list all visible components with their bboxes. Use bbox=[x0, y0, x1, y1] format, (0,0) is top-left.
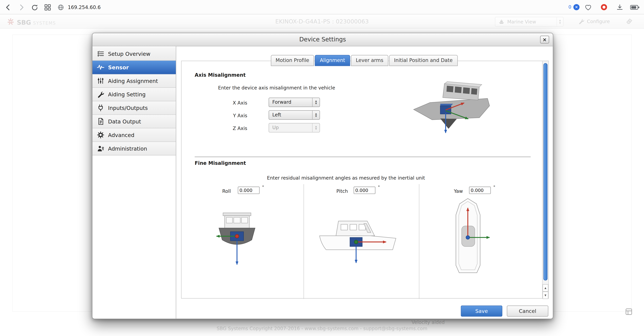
battery-indicator bbox=[630, 4, 640, 10]
boat-rear-view-image bbox=[212, 209, 262, 268]
battery-icon bbox=[630, 4, 640, 10]
heart-icon bbox=[584, 3, 592, 11]
yaw-input[interactable] bbox=[469, 186, 491, 194]
scrollbar-thumb[interactable] bbox=[543, 63, 547, 281]
pitch-unit: ° bbox=[378, 185, 380, 189]
gear-icon bbox=[97, 131, 104, 139]
fine-misalignment-heading: Fine Misalignment bbox=[195, 160, 246, 166]
z-axis-select[interactable]: Up ▲▼ bbox=[268, 123, 320, 133]
grid-icon bbox=[44, 4, 51, 11]
forward-icon bbox=[20, 5, 23, 10]
connector-icon bbox=[97, 104, 104, 112]
content-blocker-icon[interactable]: × bbox=[574, 4, 580, 10]
aiding-assignment-icon bbox=[97, 77, 104, 84]
downloads-button[interactable] bbox=[616, 3, 624, 11]
column-divider bbox=[304, 184, 304, 299]
administration-icon bbox=[97, 145, 104, 152]
forward-button[interactable] bbox=[16, 2, 27, 13]
y-axis-label: Y Axis bbox=[198, 113, 247, 118]
roll-unit: ° bbox=[262, 185, 264, 189]
y-axis-select-spinner[interactable]: ▲▼ bbox=[312, 111, 320, 119]
tab-motion-profile[interactable]: Motion Profile bbox=[270, 55, 314, 66]
fine-misalignment-instruction: Enter residual misalignment angles as me… bbox=[267, 175, 425, 181]
url-text[interactable]: 169.254.60.6 bbox=[68, 4, 101, 10]
boat-3d-image bbox=[408, 79, 494, 138]
back-button[interactable] bbox=[3, 2, 14, 13]
tab-initial-position-and-date[interactable]: Initial Position and Date bbox=[389, 55, 458, 66]
sidebar-item-setup-overview[interactable]: Setup Overview bbox=[92, 47, 176, 61]
settings-content: Motion Profile Alignment Lever arms Init… bbox=[176, 46, 553, 319]
x-axis-select-spinner[interactable]: ▲▼ bbox=[312, 98, 320, 107]
device-settings-dialog: Device Settings × Setup Overview Sensor … bbox=[92, 33, 553, 319]
save-button[interactable]: Save bbox=[461, 306, 502, 317]
aiding-setting-icon bbox=[97, 91, 104, 98]
sidebar-item-data-output[interactable]: Data Output bbox=[92, 115, 176, 129]
close-button[interactable]: × bbox=[540, 36, 549, 43]
waveform-icon bbox=[97, 64, 104, 71]
back-icon bbox=[6, 5, 9, 10]
browser-toolbar: 169.254.60.6 0 × bbox=[0, 0, 644, 14]
column-divider bbox=[419, 184, 419, 299]
pitch-label: Pitch bbox=[315, 188, 348, 194]
sidebar-item-inputs-outputs[interactable]: Inputs/Outputs bbox=[92, 101, 176, 115]
section-divider bbox=[195, 157, 531, 157]
bookmark-button[interactable] bbox=[584, 3, 592, 11]
vertical-scrollbar[interactable]: ▲ ▼ bbox=[542, 61, 548, 298]
roll-input[interactable] bbox=[238, 186, 260, 194]
sidebar-item-aiding-setting[interactable]: Aiding Setting bbox=[92, 88, 176, 101]
reload-icon bbox=[30, 3, 38, 11]
pitch-input[interactable] bbox=[354, 186, 376, 194]
alignment-panel: Axis Misalignment Enter the device axis … bbox=[181, 61, 549, 299]
axis-misalignment-heading: Axis Misalignment bbox=[195, 72, 246, 78]
scroll-up-button[interactable]: ▲ bbox=[542, 284, 548, 292]
settings-sidebar: Setup Overview Sensor Aiding Assignment … bbox=[92, 46, 176, 319]
address-bar[interactable]: 169.254.60.6 bbox=[58, 2, 101, 13]
blocker-count: 0 bbox=[568, 4, 571, 10]
dialog-header: Device Settings × bbox=[92, 33, 553, 46]
yaw-label: Yaw bbox=[430, 188, 463, 194]
extension-icon[interactable] bbox=[601, 4, 607, 10]
reload-button[interactable] bbox=[29, 2, 40, 13]
cancel-button[interactable]: Cancel bbox=[507, 306, 548, 317]
yaw-unit: ° bbox=[493, 185, 495, 189]
x-axis-label: X Axis bbox=[198, 100, 247, 106]
data-output-icon bbox=[97, 118, 104, 125]
tab-alignment[interactable]: Alignment bbox=[315, 55, 350, 66]
download-icon bbox=[616, 3, 624, 11]
grid-button[interactable] bbox=[42, 2, 53, 13]
scroll-down-button[interactable]: ▼ bbox=[542, 292, 548, 299]
y-axis-select[interactable]: Left ▲▼ bbox=[268, 110, 320, 120]
boat-top-view-image bbox=[444, 196, 492, 279]
sidebar-item-sensor[interactable]: Sensor bbox=[92, 61, 176, 74]
dialog-title: Device Settings bbox=[92, 33, 553, 46]
globe-icon bbox=[58, 4, 64, 10]
z-axis-label: Z Axis bbox=[198, 126, 247, 131]
checklist-icon bbox=[97, 50, 104, 57]
axis-misalignment-instruction: Enter the device axis misalignment in th… bbox=[218, 85, 335, 91]
status-corner-icon[interactable] bbox=[625, 308, 633, 318]
sidebar-item-aiding-assignment[interactable]: Aiding Assignment bbox=[92, 74, 176, 88]
roll-label: Roll bbox=[198, 188, 231, 194]
tab-lever-arms[interactable]: Lever arms bbox=[351, 55, 388, 66]
z-axis-select-spinner: ▲▼ bbox=[312, 124, 320, 132]
sidebar-item-advanced[interactable]: Advanced bbox=[92, 128, 176, 142]
x-axis-select[interactable]: Forward ▲▼ bbox=[268, 98, 320, 107]
alignment-tabs: Motion Profile Alignment Lever arms Init… bbox=[270, 55, 458, 66]
boat-side-view-image bbox=[317, 212, 399, 265]
sidebar-item-administration[interactable]: Administration bbox=[92, 142, 176, 156]
screen: 169.254.60.6 0 × SBG SYSTEMS EKINOX-D bbox=[0, 0, 644, 336]
